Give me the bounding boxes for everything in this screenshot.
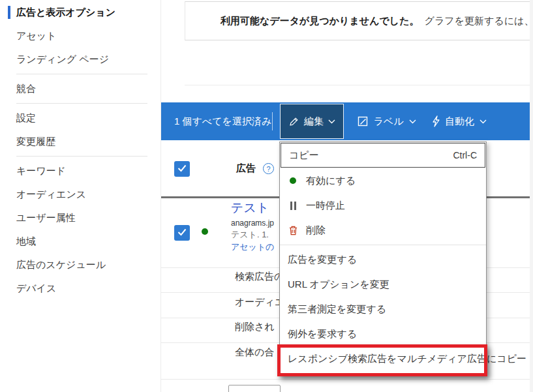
selection-count-label: 1 個すべてを選択済み: [174, 102, 271, 140]
automate-button-label: 自動化: [445, 115, 474, 128]
sidebar-item-competition[interactable]: 競合: [0, 77, 160, 100]
menu-item-change-third-party-label: 第三者測定を変更する: [288, 303, 386, 316]
sidebar-divider: [16, 74, 147, 74]
sidebar-item-devices[interactable]: デバイス: [0, 277, 160, 300]
lightning-icon: [432, 115, 440, 127]
chevron-down-icon: [328, 119, 335, 124]
menu-item-copy[interactable]: コピー Ctrl-C: [281, 143, 485, 168]
no-data-hint: グラフを更新するには、: [425, 15, 533, 27]
menu-item-copy-rsa-label: レスポンシブ検索広告をマルチメディア広告にコピー: [288, 353, 526, 365]
menu-item-change-url-options-label: URL オプションを変更: [288, 279, 389, 291]
sidebar-item-ad-schedule[interactable]: 広告のスケジュール: [0, 253, 160, 277]
sidebar-divider: [16, 103, 147, 104]
column-header-ads[interactable]: 広告: [236, 162, 256, 175]
select-all-checkbox[interactable]: [174, 161, 190, 177]
selection-toolbar: 1 個すべてを選択済み 編集 ラベル: [161, 102, 533, 140]
menu-item-change-url-options[interactable]: URL オプションを変更: [280, 272, 486, 297]
menu-item-change-third-party[interactable]: 第三者測定を変更する: [280, 297, 486, 322]
status-enabled-icon: [202, 228, 208, 235]
menu-item-copy-label: コピー: [289, 149, 319, 162]
sidebar-divider: [16, 156, 147, 157]
menu-item-delete-label: 削除: [306, 224, 326, 237]
sidebar-item-settings[interactable]: 設定: [0, 106, 160, 130]
chevron-down-icon: [480, 119, 487, 124]
pencil-icon: [288, 116, 299, 127]
toolbar-separator: [272, 112, 273, 130]
menu-item-change-ad-label: 広告を変更する: [288, 254, 357, 266]
copy-shortcut-label: Ctrl-C: [453, 150, 477, 160]
sidebar-item-demographics[interactable]: ユーザー属性: [0, 206, 160, 230]
menu-item-delete[interactable]: 削除: [280, 218, 486, 243]
sidebar-item-locations[interactable]: 地域: [0, 230, 160, 253]
menu-item-request-exception-label: 例外を要求する: [288, 328, 357, 340]
sidebar-item-landing-pages[interactable]: ランディング ページ: [0, 48, 160, 71]
panel-divider: [185, 85, 533, 85]
label-button-label: ラベル: [373, 115, 403, 128]
main-content: 利用可能なデータが見つかりませんでした。 グラフを更新するには、 1 個すべてを…: [161, 0, 533, 392]
edit-button[interactable]: 編集: [280, 104, 344, 139]
enabled-dot-icon: [288, 177, 298, 184]
check-icon: [177, 163, 187, 175]
menu-item-change-ad[interactable]: 広告を変更する: [280, 247, 486, 272]
row-checkbox[interactable]: [174, 225, 190, 241]
summary-row-label: 全体の合: [235, 346, 274, 359]
label-button[interactable]: ラベル: [349, 102, 425, 140]
no-data-message: 利用可能なデータが見つかりませんでした。: [221, 15, 419, 27]
edit-button-label: 編集: [304, 115, 324, 128]
automate-button[interactable]: 自動化: [425, 102, 493, 140]
summary-row-label: 検索広告の: [235, 271, 284, 283]
sidebar: 広告と表示オプション アセット ランディング ページ 競合 設定 変更履歴 キー…: [0, 0, 161, 392]
menu-item-enable[interactable]: 有効にする: [280, 168, 486, 193]
summary-row-label: オーディエ: [235, 296, 284, 309]
menu-item-copy-rsa-to-multimedia[interactable]: レスポンシブ検索広告をマルチメディア広告にコピー: [280, 346, 486, 371]
no-data-notice: 利用可能なデータが見つかりませんでした。 グラフを更新するには、: [185, 1, 533, 40]
edit-dropdown-menu: コピー Ctrl-C 有効にする 一時停止 削除 広告を変更する: [279, 142, 487, 376]
help-icon[interactable]: ?: [263, 163, 274, 174]
page: 広告と表示オプション アセット ランディング ページ 競合 設定 変更履歴 キー…: [0, 0, 533, 392]
row-divider: [161, 379, 533, 380]
menu-item-enable-label: 有効にする: [306, 175, 356, 187]
page-size-select[interactable]: [228, 385, 281, 392]
menu-divider: [280, 245, 486, 245]
label-icon: [358, 116, 368, 127]
sidebar-item-ads-extensions[interactable]: 広告と表示オプション: [0, 1, 160, 24]
menu-item-pause-label: 一時停止: [306, 200, 345, 212]
summary-row-label: 削除され: [235, 321, 275, 333]
check-icon: [177, 227, 187, 239]
pause-icon: [288, 202, 298, 210]
sidebar-item-change-history[interactable]: 変更履歴: [0, 130, 160, 153]
sidebar-item-keywords[interactable]: キーワード: [0, 159, 160, 183]
sidebar-item-audiences[interactable]: オーディエンス: [0, 183, 160, 206]
menu-item-pause[interactable]: 一時停止: [280, 193, 486, 218]
sidebar-item-assets[interactable]: アセット: [0, 24, 160, 48]
trash-icon: [288, 225, 298, 235]
chevron-down-icon: [409, 119, 416, 124]
menu-item-request-exception[interactable]: 例外を要求する: [280, 322, 486, 346]
scrollbar-track[interactable]: [530, 0, 533, 392]
